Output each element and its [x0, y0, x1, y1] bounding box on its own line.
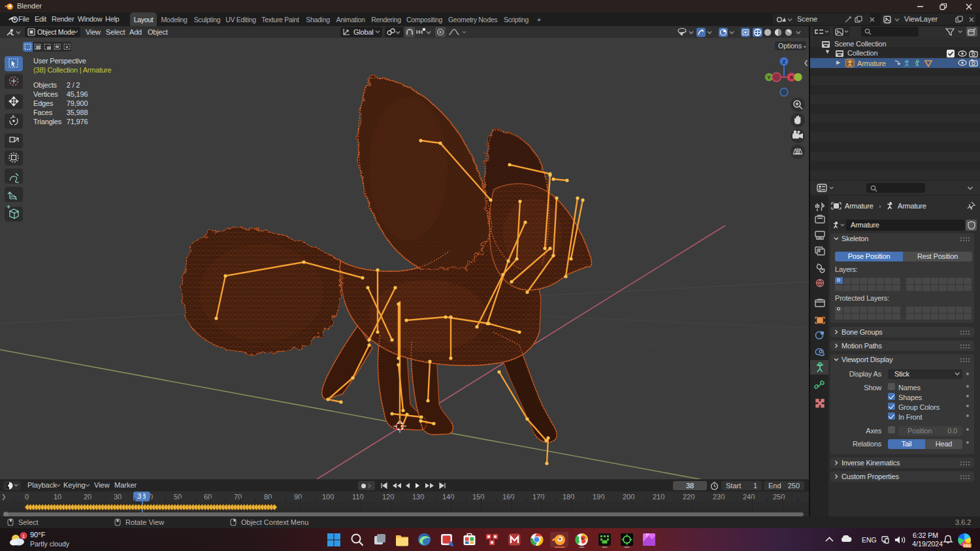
- svg-text:X: X: [790, 75, 794, 80]
- svg-text:ENG: ENG: [862, 536, 877, 544]
- svg-text:1: 1: [22, 533, 25, 539]
- svg-text:Y: Y: [767, 75, 771, 80]
- svg-text:Z: Z: [783, 59, 786, 65]
- svg-text:PRE: PRE: [964, 544, 972, 548]
